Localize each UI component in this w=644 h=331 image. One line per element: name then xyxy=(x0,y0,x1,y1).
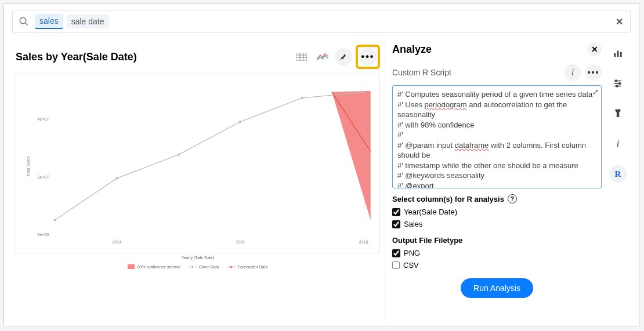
more-menu-button[interactable]: ••• xyxy=(359,48,377,66)
info-button[interactable]: i xyxy=(565,64,581,81)
svg-text:2014: 2014 xyxy=(112,240,121,245)
svg-point-16 xyxy=(239,121,241,123)
legend-given-label: Given Data xyxy=(199,265,219,269)
table-icon xyxy=(296,53,307,61)
checkbox-label: CSV xyxy=(403,261,419,270)
sliders-icon xyxy=(613,78,623,89)
script-line: #' timestamp while the other one should … xyxy=(397,161,596,171)
script-line: #' with 98% confidence xyxy=(397,120,596,130)
r-script-textarea[interactable]: ⤢ #' Computes seasonality period of a gi… xyxy=(392,85,602,188)
svg-line-1 xyxy=(25,23,28,26)
chart-panel: Sales by Year(Sale Date) ••• xyxy=(12,39,385,326)
search-chip-sale-date[interactable]: sale date xyxy=(67,14,109,28)
svg-point-26 xyxy=(616,80,617,82)
pin-icon xyxy=(339,53,348,61)
output-checkbox-png[interactable]: PNG xyxy=(392,249,602,257)
svg-text:2e+07: 2e+07 xyxy=(37,175,49,180)
svg-point-18 xyxy=(362,91,364,93)
run-analysis-button[interactable]: Run Analysis xyxy=(461,278,533,298)
bar-chart-icon xyxy=(613,48,623,59)
svg-rect-2 xyxy=(296,53,307,61)
more-horizontal-icon: ••• xyxy=(588,68,600,77)
checkbox-label: Sales xyxy=(404,220,423,228)
more-menu-highlight: ••• xyxy=(356,45,380,69)
checkbox-label: PNG xyxy=(404,249,420,257)
chart-title: Sales by Year(Sale Date) xyxy=(16,51,137,63)
svg-rect-20 xyxy=(614,53,616,57)
chart-type-button[interactable] xyxy=(314,48,331,66)
analyze-more-button[interactable]: ••• xyxy=(585,64,602,81)
rail-r-button[interactable]: R xyxy=(609,165,627,183)
search-icon xyxy=(19,16,29,27)
line-chart-icon xyxy=(317,53,328,61)
info-icon: i xyxy=(571,68,573,77)
svg-point-13 xyxy=(54,219,56,221)
svg-text:2016: 2016 xyxy=(236,240,245,245)
script-line: #' Computes seasonality period of a give… xyxy=(397,89,596,100)
columns-section-label: Select column(s) for R analysis ? xyxy=(392,194,602,203)
search-bar[interactable]: sales sale date ✕ xyxy=(12,10,631,33)
more-horizontal-icon: ••• xyxy=(361,52,375,62)
table-view-button[interactable] xyxy=(293,48,310,66)
column-checkbox-sales[interactable]: Sales xyxy=(392,220,602,228)
svg-point-0 xyxy=(20,17,26,24)
legend-ci-swatch xyxy=(128,264,135,269)
legend-ci-label: 80% confidence interval xyxy=(137,265,180,269)
svg-point-17 xyxy=(301,97,303,99)
svg-text:2018: 2018 xyxy=(359,240,368,245)
svg-rect-22 xyxy=(620,52,622,57)
flashlight-icon xyxy=(613,108,623,119)
checkbox-label: Year(Sale Date) xyxy=(404,208,457,216)
analyze-subtitle: Custom R Script xyxy=(392,68,451,77)
chart-area: 0e+00 2e+07 4e+07 2014 2016 2018 xyxy=(16,74,380,253)
expand-icon[interactable]: ⤢ xyxy=(592,87,599,97)
clear-search-icon[interactable]: ✕ xyxy=(616,16,623,27)
analyze-title: Analyze xyxy=(392,43,432,56)
pin-button[interactable] xyxy=(335,48,352,66)
rail-flashlight-button[interactable] xyxy=(609,105,627,122)
legend-given-line xyxy=(189,267,197,267)
column-checkbox-year[interactable]: Year(Sale Date) xyxy=(392,208,602,216)
svg-rect-21 xyxy=(617,51,619,57)
search-chip-sales[interactable]: sales xyxy=(35,14,63,29)
legend-forecast-label: Forecasted Data xyxy=(238,265,268,269)
svg-point-14 xyxy=(115,177,118,180)
chart-legend: 80% confidence interval Given Data Forec… xyxy=(16,264,380,269)
script-line: #' Uses periodogram and autocorrelation … xyxy=(397,100,596,120)
ci-shape xyxy=(332,91,371,220)
rail-info-button[interactable]: i xyxy=(609,135,627,152)
svg-text:4e+07: 4e+07 xyxy=(37,117,49,122)
right-rail: i R xyxy=(605,39,631,326)
x-axis-label: Yearly (Sale Date) xyxy=(16,256,380,260)
legend-forecast-line xyxy=(227,267,236,267)
chart-svg: 0e+00 2e+07 4e+07 2014 2016 2018 xyxy=(16,74,379,253)
output-section-label: Output File Filetype xyxy=(392,236,602,245)
script-line: #' @param input dataframe with 2 columns… xyxy=(397,140,596,161)
close-analyze-button[interactable]: ✕ xyxy=(588,42,602,56)
help-icon[interactable]: ? xyxy=(508,194,517,203)
output-checkbox-csv[interactable]: CSV xyxy=(392,261,602,270)
svg-text:Total Sales: Total Sales xyxy=(26,156,31,176)
script-line: #' @keywords seasonality xyxy=(397,170,596,181)
svg-point-15 xyxy=(178,154,180,156)
info-icon: i xyxy=(617,139,619,149)
analyze-panel: Analyze ✕ Custom R Script i ••• ⤢ #' Com… xyxy=(385,39,605,326)
svg-text:0e+00: 0e+00 xyxy=(37,232,49,237)
rail-chart-button[interactable] xyxy=(609,45,627,62)
r-icon: R xyxy=(615,169,621,179)
rail-settings-button[interactable] xyxy=(609,75,627,92)
given-data-line xyxy=(55,92,364,220)
svg-point-27 xyxy=(619,83,621,85)
script-line: #' @export xyxy=(397,181,596,188)
svg-point-28 xyxy=(616,85,618,87)
script-line: #' xyxy=(397,130,596,140)
